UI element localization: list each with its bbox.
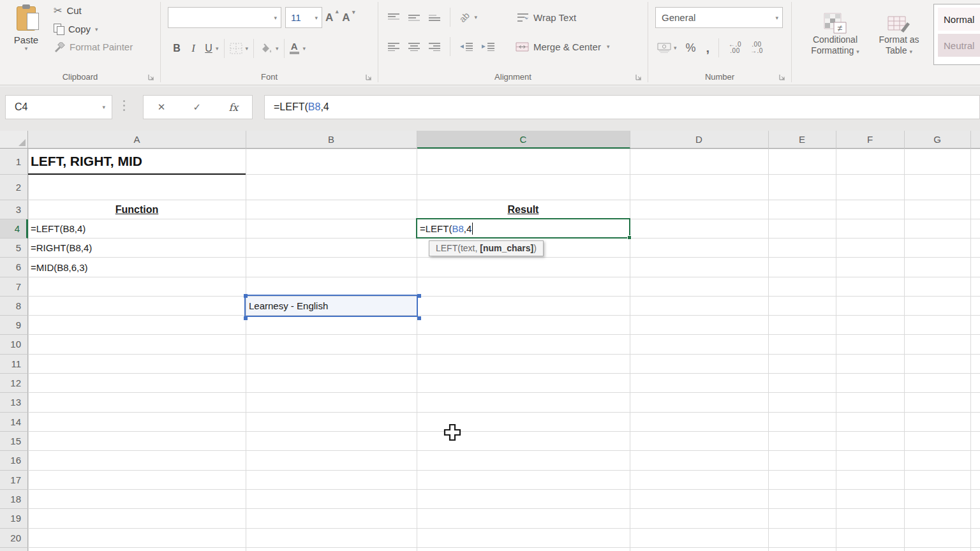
- align-left-icon[interactable]: [387, 42, 400, 51]
- fill-color-dropdown-icon[interactable]: ▾: [276, 45, 279, 52]
- underline-dropdown-icon[interactable]: ▾: [216, 45, 219, 52]
- increase-indent-icon[interactable]: [481, 42, 495, 51]
- align-right-icon[interactable]: [428, 42, 441, 51]
- borders-icon[interactable]: [230, 43, 242, 54]
- italic-button[interactable]: I: [185, 42, 202, 55]
- font-size-combo[interactable]: 11 ▾: [285, 7, 322, 28]
- gridline: [768, 149, 769, 551]
- merge-center-dropdown-icon[interactable]: ▾: [607, 43, 610, 50]
- grow-font-button[interactable]: A▾: [325, 11, 333, 24]
- row-header-3[interactable]: 3: [0, 200, 28, 219]
- column-header-D[interactable]: D: [630, 131, 769, 149]
- column-header-A[interactable]: A: [28, 131, 246, 149]
- cell-A5[interactable]: =RIGHT(B8,4): [28, 238, 246, 258]
- enter-icon[interactable]: ✓: [193, 101, 202, 113]
- decrease-indent-icon[interactable]: [459, 42, 473, 51]
- cell-C3[interactable]: Result: [417, 200, 630, 219]
- accounting-dropdown-icon[interactable]: ▾: [674, 45, 677, 51]
- gridline: [28, 392, 980, 393]
- row-header-14[interactable]: 14: [0, 412, 28, 432]
- increase-decimal-button[interactable]: ←.0.00: [729, 41, 741, 54]
- row-header-7[interactable]: 7: [0, 277, 28, 297]
- row-header-8[interactable]: 8: [0, 296, 28, 316]
- row-header-6[interactable]: 6: [0, 257, 28, 277]
- copy-button[interactable]: Copy ▾: [54, 24, 133, 34]
- style-normal[interactable]: Normal: [938, 8, 980, 31]
- wrap-text-button[interactable]: Wrap Text: [517, 12, 576, 23]
- cut-button[interactable]: ✂ Cut: [54, 4, 133, 17]
- percent-style-button[interactable]: %: [686, 41, 696, 55]
- referenced-cell-b8[interactable]: Learnesy - English: [244, 295, 418, 317]
- row-header-9[interactable]: 9: [0, 315, 28, 335]
- borders-dropdown-icon[interactable]: ▾: [246, 45, 249, 52]
- middle-align-icon[interactable]: [408, 13, 420, 22]
- row-header-2[interactable]: 2: [0, 174, 28, 200]
- underline-button[interactable]: U: [202, 43, 216, 54]
- name-box[interactable]: C4 ▾: [5, 95, 112, 119]
- row-header-17[interactable]: 17: [0, 470, 28, 490]
- decrease-decimal-button[interactable]: .00→.0: [750, 41, 763, 54]
- row-header-16[interactable]: 16: [0, 450, 28, 471]
- font-color-dropdown-icon[interactable]: ▾: [303, 45, 306, 52]
- insert-function-icon[interactable]: fx: [228, 101, 238, 114]
- orientation-button[interactable]: ab▾: [459, 12, 477, 22]
- font-color-button[interactable]: A: [290, 43, 299, 54]
- top-align-icon[interactable]: [387, 13, 400, 22]
- copy-dropdown-icon[interactable]: ▾: [95, 26, 98, 33]
- formula-input[interactable]: =LEFT(B8,4: [264, 95, 980, 119]
- cell-A1[interactable]: LEFT, RIGHT, MID: [28, 149, 246, 175]
- fill-handle[interactable]: [627, 235, 632, 240]
- active-cell-editor[interactable]: =LEFT(B8,4: [416, 218, 630, 239]
- merge-center-button[interactable]: Merge & Center ▾: [516, 41, 609, 52]
- alignment-dialog-launcher-icon[interactable]: [635, 73, 642, 81]
- text-caret: [472, 223, 473, 235]
- row-header-11[interactable]: 11: [0, 354, 28, 374]
- column-header-B[interactable]: B: [246, 131, 417, 149]
- font-dialog-launcher-icon[interactable]: [365, 73, 373, 81]
- column-header-G[interactable]: G: [904, 131, 971, 149]
- column-header-E[interactable]: E: [768, 131, 836, 149]
- font-group-label: Font: [161, 72, 378, 82]
- row-header-15[interactable]: 15: [0, 431, 28, 451]
- row-header-12[interactable]: 12: [0, 373, 28, 393]
- row-header-20[interactable]: 20: [0, 528, 28, 548]
- row-header-19[interactable]: 19: [0, 508, 28, 529]
- number-format-combo[interactable]: General ▾: [655, 7, 783, 28]
- formula-text-suffix: ,4: [320, 101, 329, 113]
- row-header-13[interactable]: 13: [0, 392, 28, 413]
- shrink-font-button[interactable]: A▾: [342, 11, 350, 24]
- align-center-icon[interactable]: [408, 42, 420, 51]
- style-neutral[interactable]: Neutral: [938, 34, 980, 57]
- format-as-table-button[interactable]: Format as Table ▾: [870, 4, 928, 57]
- column-header-partial[interactable]: [970, 131, 980, 149]
- cell-A3[interactable]: Function: [28, 200, 246, 219]
- conditional-formatting-button[interactable]: ≠ Conditional Formatting ▾: [805, 4, 866, 57]
- bold-button[interactable]: B: [168, 43, 185, 54]
- row-header-18[interactable]: 18: [0, 489, 28, 509]
- cell-A6[interactable]: =MID(B8,6,3): [28, 257, 246, 277]
- formula-bar: C4 ▾ ✕ ✓ fx =LEFT(B8,4: [0, 86, 980, 131]
- fill-color-icon[interactable]: [259, 43, 273, 54]
- row-header-5[interactable]: 5: [0, 238, 28, 258]
- column-header-F[interactable]: F: [836, 131, 905, 149]
- select-all-corner[interactable]: [0, 131, 28, 149]
- number-dialog-launcher-icon[interactable]: [778, 73, 786, 81]
- cancel-icon[interactable]: ✕: [158, 101, 166, 113]
- mouse-cursor-icon: [443, 423, 462, 442]
- row-header-1[interactable]: 1: [0, 149, 28, 175]
- paste-dropdown-icon[interactable]: ▾: [25, 45, 28, 52]
- clipboard-dialog-launcher-icon[interactable]: [147, 73, 155, 81]
- format-painter-label: Format Painter: [70, 41, 133, 52]
- bottom-align-icon[interactable]: [428, 13, 441, 22]
- font-name-combo[interactable]: ▾: [168, 7, 281, 28]
- accounting-format-icon[interactable]: [657, 43, 671, 53]
- format-painter-button[interactable]: Format Painter: [54, 41, 133, 52]
- name-box-value: C4: [15, 101, 27, 113]
- column-header-C[interactable]: C: [417, 131, 630, 149]
- paste-button[interactable]: Paste ▾: [6, 4, 46, 68]
- row-header-4[interactable]: 4: [0, 219, 28, 239]
- cell-A4[interactable]: =LEFT(B8,4): [28, 219, 246, 239]
- row-header-10[interactable]: 10: [0, 334, 28, 355]
- name-box-dropdown-icon[interactable]: ▾: [102, 104, 105, 110]
- comma-style-button[interactable]: ,: [706, 41, 710, 55]
